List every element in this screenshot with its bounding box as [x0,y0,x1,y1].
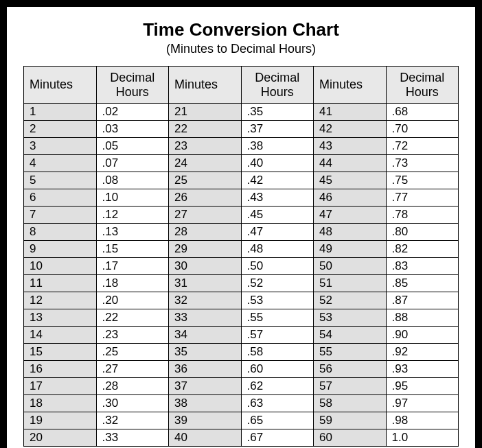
cell-decimal-hours: .32 [96,412,169,429]
cell-decimal-hours: .33 [96,429,169,447]
cell-decimal-hours: .18 [96,275,169,292]
cell-decimal-hours: .02 [96,104,169,121]
table-row: 13.2233.5553.88 [24,309,459,327]
table-header-row: Minutes Decimal Hours Minutes Decimal Ho… [24,67,459,104]
cell-decimal-hours: .58 [241,344,314,361]
chart-subtitle: (Minutes to Decimal Hours) [23,42,459,56]
table-row: 11.1831.5251.85 [24,275,459,292]
cell-minutes: 21 [169,104,242,121]
cell-decimal-hours: .47 [241,224,314,241]
cell-minutes: 47 [314,207,387,224]
cell-minutes: 29 [169,241,242,258]
cell-minutes: 22 [169,121,242,138]
cell-decimal-hours: 1.0 [386,429,459,447]
cell-minutes: 16 [24,361,97,378]
col-header-hours-1: Decimal Hours [96,67,169,104]
cell-decimal-hours: .78 [386,207,459,224]
cell-decimal-hours: .75 [386,172,459,189]
cell-decimal-hours: .67 [241,429,314,447]
cell-minutes: 14 [24,327,97,344]
table-row: 2.0322.3742.70 [24,121,459,138]
cell-decimal-hours: .73 [386,155,459,172]
cell-decimal-hours: .53 [241,292,314,309]
cell-decimal-hours: .08 [96,172,169,189]
col-header-minutes-2: Minutes [169,67,242,104]
cell-minutes: 8 [24,224,97,241]
cell-minutes: 40 [169,429,242,447]
cell-decimal-hours: .48 [241,241,314,258]
cell-decimal-hours: .43 [241,189,314,207]
cell-decimal-hours: .77 [386,189,459,207]
cell-minutes: 9 [24,241,97,258]
cell-decimal-hours: .22 [96,309,169,327]
cell-decimal-hours: .93 [386,361,459,378]
cell-minutes: 23 [169,138,242,155]
table-row: 5.0825.4245.75 [24,172,459,189]
col-header-minutes-3: Minutes [314,67,387,104]
cell-decimal-hours: .82 [386,241,459,258]
cell-decimal-hours: .20 [96,292,169,309]
conversion-table: Minutes Decimal Hours Minutes Decimal Ho… [23,66,459,447]
table-row: 8.1328.4748.80 [24,224,459,241]
cell-decimal-hours: .15 [96,241,169,258]
cell-minutes: 35 [169,344,242,361]
cell-minutes: 58 [314,395,387,412]
cell-minutes: 53 [314,309,387,327]
cell-minutes: 54 [314,327,387,344]
cell-decimal-hours: .72 [386,138,459,155]
cell-decimal-hours: .88 [386,309,459,327]
cell-minutes: 52 [314,292,387,309]
cell-decimal-hours: .13 [96,224,169,241]
chart-title: Time Conversion Chart [23,19,459,40]
cell-minutes: 50 [314,258,387,275]
cell-minutes: 7 [24,207,97,224]
cell-minutes: 43 [314,138,387,155]
cell-decimal-hours: .28 [96,378,169,395]
table-row: 1.0221.3541.68 [24,104,459,121]
cell-decimal-hours: .52 [241,275,314,292]
table-row: 17.2837.6257.95 [24,378,459,395]
cell-minutes: 30 [169,258,242,275]
table-row: 15.2535.5855.92 [24,344,459,361]
cell-minutes: 37 [169,378,242,395]
cell-minutes: 28 [169,224,242,241]
cell-minutes: 33 [169,309,242,327]
cell-decimal-hours: .55 [241,309,314,327]
cell-minutes: 44 [314,155,387,172]
cell-minutes: 32 [169,292,242,309]
cell-decimal-hours: .05 [96,138,169,155]
cell-decimal-hours: .57 [241,327,314,344]
cell-minutes: 38 [169,395,242,412]
cell-minutes: 46 [314,189,387,207]
table-row: 16.2736.6056.93 [24,361,459,378]
cell-minutes: 15 [24,344,97,361]
cell-decimal-hours: .35 [241,104,314,121]
cell-minutes: 13 [24,309,97,327]
cell-minutes: 51 [314,275,387,292]
cell-minutes: 36 [169,361,242,378]
cell-decimal-hours: .83 [386,258,459,275]
cell-decimal-hours: .42 [241,172,314,189]
cell-minutes: 56 [314,361,387,378]
cell-decimal-hours: .92 [386,344,459,361]
table-row: 19.3239.6559.98 [24,412,459,429]
cell-minutes: 1 [24,104,97,121]
cell-decimal-hours: .23 [96,327,169,344]
cell-decimal-hours: .95 [386,378,459,395]
cell-decimal-hours: .12 [96,207,169,224]
cell-minutes: 55 [314,344,387,361]
cell-minutes: 31 [169,275,242,292]
cell-minutes: 49 [314,241,387,258]
table-row: 3.0523.3843.72 [24,138,459,155]
cell-minutes: 4 [24,155,97,172]
cell-minutes: 26 [169,189,242,207]
table-row: 14.2334.5754.90 [24,327,459,344]
cell-decimal-hours: .10 [96,189,169,207]
cell-minutes: 19 [24,412,97,429]
cell-minutes: 10 [24,258,97,275]
cell-decimal-hours: .98 [386,412,459,429]
cell-minutes: 17 [24,378,97,395]
chart-container: Time Conversion Chart (Minutes to Decima… [7,7,475,448]
table-body: 1.0221.3541.682.0322.3742.703.0523.3843.… [24,104,459,447]
cell-decimal-hours: .07 [96,155,169,172]
